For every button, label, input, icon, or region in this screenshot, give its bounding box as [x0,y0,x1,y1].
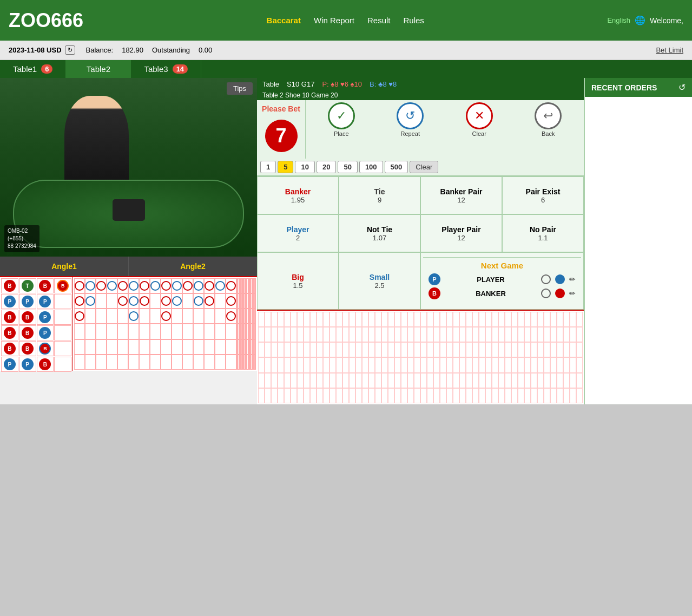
big-bet-cell[interactable]: Big 1.5 [257,252,339,310]
large-road-cell [139,355,150,370]
chip-100[interactable]: 100 [359,161,383,173]
road-circle-B [129,311,139,321]
road-circle-B [150,281,160,291]
small-odds: 2.5 [374,281,384,290]
welcome-text: Welcome, [650,16,683,25]
small-bet-cell[interactable]: Small 2.5 [339,252,420,310]
large-road-cell [204,278,215,293]
table-tab-3[interactable]: Table3 14 [131,60,201,78]
large-road-cell [117,293,128,309]
bead-cell: B [19,325,36,340]
large-road-cell [85,309,96,324]
nav-win-report[interactable]: Win Report [314,16,354,25]
clear-icon: ✕ [466,102,493,129]
chip-20[interactable]: 20 [317,161,336,173]
bead-P: P [22,296,34,307]
date-display: 2023-11-08 USD ↻ [9,45,75,55]
overlay-line3: 88 2732984 [8,243,36,250]
player-pair-bet-cell[interactable]: Player Pair 12 [420,214,502,252]
player-pencil-icon[interactable]: ✏ [569,275,576,284]
large-road-cell [117,278,128,293]
chip-5[interactable]: 5 [278,161,293,173]
bet-limit-link[interactable]: Bet Limit [656,46,683,54]
chip-50[interactable]: 50 [338,161,357,173]
table-tab-2[interactable]: Table2 [66,60,131,78]
bead-cell: B [1,341,18,356]
language-icon[interactable]: 🌐 [635,15,645,25]
place-button[interactable]: ✓ Place [308,102,375,137]
big-road-cell [492,312,498,327]
big-road-cell [420,312,427,327]
angle1-button[interactable]: Angle1 [0,257,129,276]
big-road-cell [381,388,388,403]
large-road-cell [255,309,256,324]
language-selector[interactable]: English [607,16,630,24]
big-road-cell [414,357,420,372]
big-road-cell [466,357,472,372]
tips-button[interactable]: Tips [227,82,253,95]
bead-cell: B [37,357,54,372]
big-road-cell [492,327,498,342]
banker-bet-cell[interactable]: Banker 1.95 [257,176,339,214]
large-road-cell [117,324,128,339]
big-road-cell [258,388,265,403]
nav-rules[interactable]: Rules [404,16,424,25]
big-road-cell [310,342,317,357]
big-road-cell [342,357,349,372]
large-road-cell [255,355,256,370]
big-road-cell [518,342,524,357]
big-road-cell [394,388,401,403]
large-road-cell [107,355,117,370]
banker-pencil-icon[interactable]: ✏ [569,289,576,298]
big-road-cell [278,373,284,388]
big-road-cell [329,312,336,327]
clear-button[interactable]: ✕ Clear [446,102,513,137]
back-button[interactable]: ↩ Back [515,102,582,137]
big-road-cell [388,342,394,357]
big-road-cell [388,388,394,403]
place-label: Place [334,130,349,137]
big-road-cell [265,312,271,327]
big-road-cell [537,327,544,342]
player-bet-cell[interactable]: Player 2 [257,214,339,252]
big-road-cell [329,342,336,357]
player-empty-circle [541,274,551,284]
bet-grid: Banker 1.95 Tie 9 Banker Pair 12 Pair Ex… [257,176,584,310]
nav-baccarat[interactable]: Baccarat [267,16,301,25]
pair-exist-bet-cell[interactable]: Pair Exist 6 [502,176,584,214]
big-road-cell [433,327,440,342]
chip-clear-button[interactable]: Clear [410,161,438,173]
tie-bet-cell[interactable]: Tie 9 [339,176,420,214]
repeat-button[interactable]: ↺ Repeat [377,102,444,137]
table-tab-1[interactable]: Table1 6 [0,60,66,78]
big-road-cell [310,312,317,327]
large-road-cell [85,355,96,370]
big-road-cell [511,312,518,327]
not-tie-bet-cell[interactable]: Not Tie 1.07 [339,214,420,252]
big-road-cell [485,388,492,403]
banker-pair-bet-cell[interactable]: Banker Pair 12 [420,176,502,214]
chip-10[interactable]: 10 [295,161,314,173]
header-right: English 🌐 Welcome, [607,15,683,25]
bead-P: P [39,327,51,339]
large-road-cell [182,293,193,309]
chip-500[interactable]: 500 [385,161,408,173]
road-circle-R [118,281,128,291]
player-pair-label: Player Pair [441,225,480,234]
big-road-cell [570,312,576,327]
table1-badge: 6 [41,64,52,74]
no-pair-bet-cell[interactable]: No Pair 1.1 [502,214,584,252]
big-road-cell [570,373,576,388]
chip-1[interactable]: 1 [260,161,276,173]
nav-result[interactable]: Result [367,16,391,25]
angle2-button[interactable]: Angle2 [129,257,257,276]
recent-orders-header: RECENT ORDERS ↺ [585,78,692,97]
bead-grid-left: B T B B P P P B B P B B P [1,278,71,370]
large-road-cell [161,339,172,355]
recent-orders-refresh[interactable]: ↺ [678,82,686,93]
big-road-cell [304,312,310,327]
refresh-button[interactable]: ↻ [65,45,75,55]
bet-timer-column: Please Bet 7 [257,100,306,159]
large-road-cell [150,355,161,370]
big-road-cell [459,357,466,372]
